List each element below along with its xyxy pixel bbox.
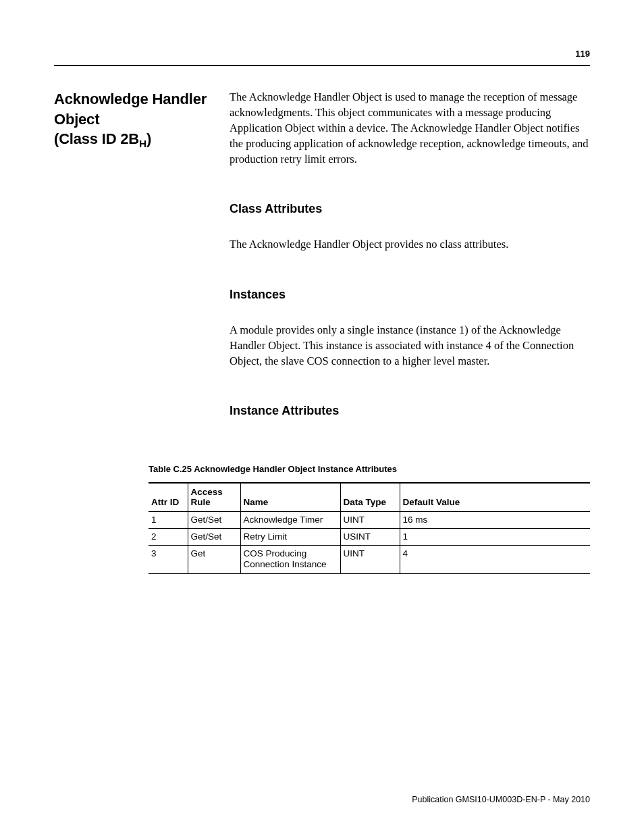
- cell-access: Get/Set: [188, 511, 240, 528]
- table-row: 1 Get/Set Acknowledge Timer UINT 16 ms: [149, 511, 590, 528]
- col-access-rule: Access Rule: [188, 483, 240, 512]
- cell-def: 16 ms: [400, 511, 590, 528]
- page: 119 Acknowledge Handler Object (Class ID…: [0, 0, 644, 834]
- cell-access: Get/Set: [188, 529, 240, 546]
- instance-attributes-heading: Instance Attributes: [230, 404, 590, 418]
- class-attributes-heading: Class Attributes: [230, 202, 590, 216]
- publication-line: Publication GMSI10-UM003D-EN-P - May 201…: [412, 795, 590, 804]
- body-column: The Acknowledge Handler Object is used t…: [230, 89, 590, 438]
- cell-dtype: UINT: [340, 546, 400, 573]
- col-attr-id: Attr ID: [149, 483, 188, 512]
- cell-attr-id: 1: [149, 511, 188, 528]
- col-access-rule-l1: Access: [191, 487, 223, 497]
- instances-heading: Instances: [230, 288, 590, 302]
- title-line-2: Object: [54, 111, 99, 128]
- table-header-row: Attr ID Access Rule Name Data Type Defau…: [149, 483, 590, 512]
- cell-attr-id: 3: [149, 546, 188, 573]
- col-default-value: Default Value: [400, 483, 590, 512]
- main-content: Acknowledge Handler Object (Class ID 2BH…: [54, 47, 590, 438]
- title-line-3-pre: (Class ID 2B: [54, 130, 139, 147]
- intro-paragraph: The Acknowledge Handler Object is used t…: [230, 89, 590, 167]
- table: Attr ID Access Rule Name Data Type Defau…: [149, 482, 590, 574]
- cell-access: Get: [188, 546, 240, 573]
- col-name: Name: [240, 483, 340, 512]
- cell-dtype: USINT: [340, 529, 400, 546]
- cell-def: 1: [400, 529, 590, 546]
- cell-def: 4: [400, 546, 590, 573]
- col-data-type: Data Type: [340, 483, 400, 512]
- cell-attr-id: 2: [149, 529, 188, 546]
- col-access-rule-l2: Rule: [191, 497, 211, 507]
- section-title: Acknowledge Handler Object (Class ID 2BH…: [54, 89, 230, 152]
- title-line-1: Acknowledge Handler: [54, 90, 207, 107]
- sidebar-heading: Acknowledge Handler Object (Class ID 2BH…: [54, 89, 230, 152]
- table-row: 3 Get COS Producing Connection Instance …: [149, 546, 590, 573]
- table-caption: Table C.25 Acknowledge Handler Object In…: [149, 464, 590, 474]
- table-row: 2 Get/Set Retry Limit USINT 1: [149, 529, 590, 546]
- cell-name: Retry Limit: [240, 529, 340, 546]
- class-attributes-body: The Acknowledge Handler Object provides …: [230, 236, 590, 252]
- title-line-3-sub: H: [139, 138, 146, 150]
- cell-name: COS Producing Connection Instance: [240, 546, 340, 573]
- cell-name: Acknowledge Timer: [240, 511, 340, 528]
- cell-dtype: UINT: [340, 511, 400, 528]
- instances-body: A module provides only a single instance…: [230, 322, 590, 369]
- title-line-3-post: ): [146, 130, 151, 147]
- table-section: Table C.25 Acknowledge Handler Object In…: [149, 464, 590, 574]
- instance-attributes-table: Attr ID Access Rule Name Data Type Defau…: [149, 482, 590, 574]
